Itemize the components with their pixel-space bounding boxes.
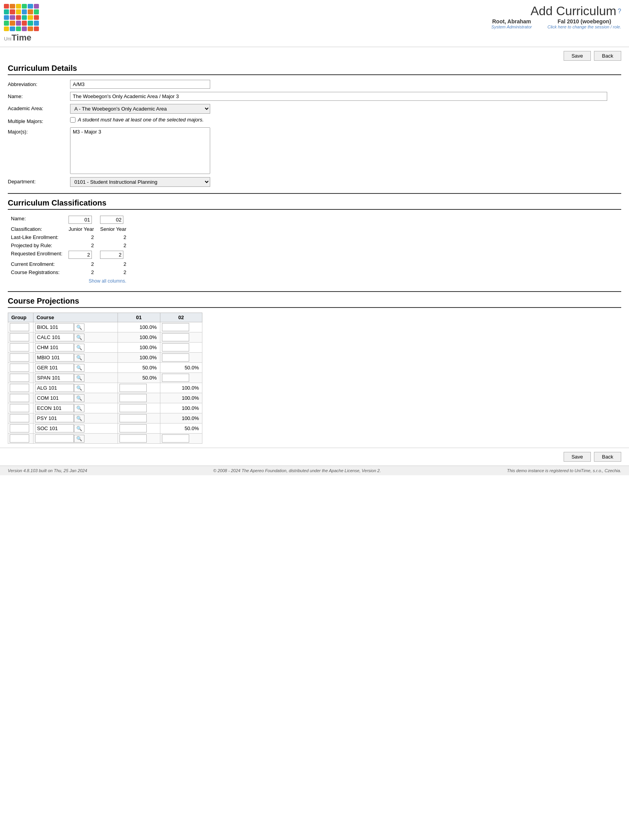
abbreviation-input[interactable] [70, 80, 210, 89]
col2-input[interactable] [162, 353, 189, 362]
col2-value: 100.0% [162, 395, 201, 401]
classif-col1-name-input[interactable] [69, 216, 92, 224]
department-label: Department: [8, 177, 70, 185]
col2-input[interactable] [162, 343, 189, 351]
show-all-columns-link[interactable]: Show all columns. [69, 278, 126, 284]
col2-input[interactable] [162, 323, 189, 331]
majors-select[interactable]: M3 - Major 3 [70, 127, 210, 174]
group-input[interactable] [10, 323, 29, 331]
course-input[interactable] [35, 323, 74, 331]
course-search-button[interactable]: 🔍 [74, 394, 84, 402]
course-input[interactable] [35, 414, 74, 422]
classif-col1-lastlike: 2 [65, 233, 97, 241]
name-label: Name: [8, 92, 70, 99]
table-row: 🔍50.0% [8, 424, 202, 434]
group-input[interactable] [10, 394, 29, 402]
save-button-bottom[interactable]: Save [564, 452, 591, 462]
proj-row-col2 [160, 353, 202, 363]
proj-row-col2 [160, 322, 202, 332]
col2-input[interactable] [162, 333, 189, 341]
name-input[interactable] [70, 92, 607, 101]
proj-row-group [8, 363, 33, 373]
session-block: Fal 2010 (woebegon) Click here to change… [547, 18, 621, 29]
col2-input[interactable] [162, 434, 189, 443]
proj-row-col1: 50.0% [118, 373, 160, 383]
course-search-button[interactable]: 🔍 [74, 404, 84, 412]
course-input[interactable] [35, 394, 74, 402]
table-row: 🔍100.0% [8, 393, 202, 403]
course-input[interactable] [35, 353, 74, 362]
course-input[interactable] [35, 434, 74, 443]
department-select[interactable]: 0101 - Student Instructional Planning [70, 177, 210, 187]
col1-input[interactable] [119, 414, 147, 422]
course-search-button[interactable]: 🔍 [74, 435, 84, 443]
course-search-button[interactable]: 🔍 [74, 384, 84, 392]
group-input[interactable] [10, 424, 29, 432]
course-search-button[interactable]: 🔍 [74, 364, 84, 372]
proj-row-course: 🔍 [33, 363, 118, 373]
course-search-button[interactable]: 🔍 [74, 344, 84, 351]
course-search-button[interactable]: 🔍 [74, 323, 84, 331]
group-input[interactable] [10, 374, 29, 382]
col1-input[interactable] [119, 394, 147, 402]
course-input[interactable] [35, 404, 74, 412]
col1-input[interactable] [119, 424, 147, 432]
session-link[interactable]: Click here to change the session / role. [547, 25, 621, 29]
proj-row-col1 [118, 403, 160, 413]
table-row: 🔍50.0%50.0% [8, 363, 202, 373]
course-input[interactable] [35, 374, 74, 382]
course-input[interactable] [35, 343, 74, 351]
proj-row-col2 [160, 373, 202, 383]
table-row: 🔍100.0% [8, 353, 202, 363]
classif-registrations-label: Course Registrations: [8, 268, 65, 276]
user-role: System Administrator [491, 25, 532, 29]
curriculum-details-title: Curriculum Details [8, 64, 621, 75]
classif-col2-current: 2 [97, 260, 129, 268]
proj-row-col2 [160, 332, 202, 343]
course-input[interactable] [35, 384, 74, 392]
group-input[interactable] [10, 434, 29, 443]
group-input[interactable] [10, 414, 29, 422]
classif-lastlike-row: Last-Like Enrollment: 2 2 [8, 233, 130, 241]
group-input[interactable] [10, 343, 29, 351]
back-button-bottom[interactable]: Back [594, 452, 621, 462]
classif-col2-name-input[interactable] [100, 216, 123, 224]
classif-requested-row: Requested Enrollment: [8, 250, 130, 260]
multiple-majors-checkbox[interactable] [70, 117, 76, 123]
col1-value: 100.0% [119, 344, 158, 350]
proj-row-course: 🔍 [33, 322, 118, 332]
save-button-top[interactable]: Save [564, 51, 591, 61]
back-button-top[interactable]: Back [594, 51, 621, 61]
course-input[interactable] [35, 333, 74, 341]
course-search-button[interactable]: 🔍 [74, 354, 84, 362]
help-icon[interactable]: ? [618, 8, 621, 14]
course-input[interactable] [35, 424, 74, 432]
col1-input[interactable] [119, 434, 147, 443]
main-content: Save Back Curriculum Details Abbreviatio… [0, 47, 629, 448]
academic-area-select[interactable]: A - The Woebegon's Only Academic Area [70, 104, 210, 114]
classif-projected-label: Projected by Rule: [8, 241, 65, 250]
proj-row-group [8, 332, 33, 343]
group-input[interactable] [10, 333, 29, 341]
course-search-button[interactable]: 🔍 [74, 415, 84, 422]
col2-input[interactable] [162, 374, 189, 382]
proj-row-col2: 100.0% [160, 383, 202, 393]
course-search-button[interactable]: 🔍 [74, 374, 84, 382]
proj-row-col1 [118, 434, 160, 444]
classif-col2-requested-input[interactable] [100, 251, 123, 259]
group-input[interactable] [10, 404, 29, 412]
col1-value: 100.0% [119, 324, 158, 330]
course-search-button[interactable]: 🔍 [74, 334, 84, 341]
col1-input[interactable] [119, 384, 147, 392]
classif-registrations-row: Course Registrations: 2 2 [8, 268, 130, 276]
group-input[interactable] [10, 364, 29, 372]
course-search-button[interactable]: 🔍 [74, 425, 84, 432]
course-input[interactable] [35, 364, 74, 372]
group-input[interactable] [10, 384, 29, 392]
logo-area: UniTime [4, 4, 39, 43]
group-input[interactable] [10, 353, 29, 362]
proj-row-course: 🔍 [33, 413, 118, 424]
classif-col1-requested-input[interactable] [69, 251, 92, 259]
col2-value: 100.0% [162, 385, 201, 391]
col1-input[interactable] [119, 404, 147, 412]
